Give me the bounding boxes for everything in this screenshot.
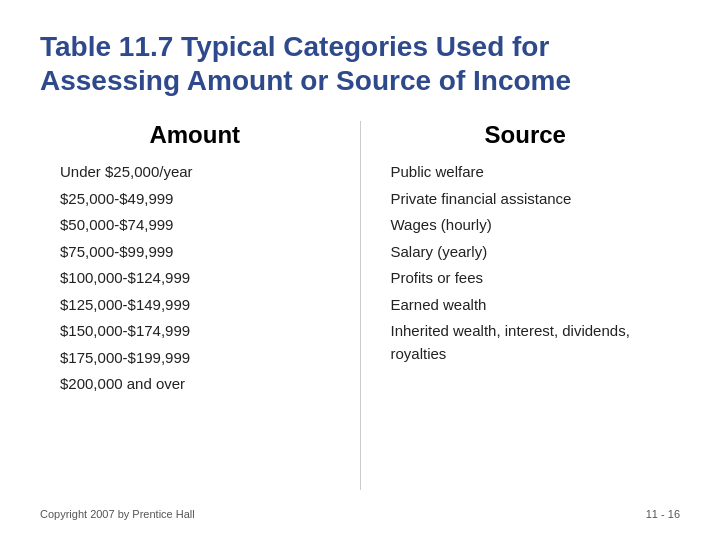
- list-item: $50,000-$74,999: [60, 214, 330, 237]
- list-item: Public welfare: [391, 161, 661, 184]
- column-divider: [360, 121, 361, 490]
- list-item: $200,000 and over: [60, 373, 330, 396]
- table-area: Amount Under $25,000/year$25,000-$49,999…: [40, 121, 680, 490]
- list-item: $75,000-$99,999: [60, 241, 330, 264]
- list-item: Profits or fees: [391, 267, 661, 290]
- list-item: Salary (yearly): [391, 241, 661, 264]
- slide-title: Table 11.7 Typical Categories Used for A…: [40, 30, 680, 97]
- list-item: $25,000-$49,999: [60, 188, 330, 211]
- list-item: $125,000-$149,999: [60, 294, 330, 317]
- list-item: $150,000-$174,999: [60, 320, 330, 343]
- list-item: $100,000-$124,999: [60, 267, 330, 290]
- amount-items: Under $25,000/year$25,000-$49,999$50,000…: [60, 161, 330, 396]
- source-header: Source: [391, 121, 661, 149]
- list-item: Inherited wealth, interest, dividends, r…: [391, 320, 661, 365]
- source-items: Public welfarePrivate financial assistan…: [391, 161, 661, 365]
- amount-header: Amount: [60, 121, 330, 149]
- list-item: Under $25,000/year: [60, 161, 330, 184]
- page-number: 11 - 16: [646, 508, 680, 520]
- list-item: Earned wealth: [391, 294, 661, 317]
- footer: Copyright 2007 by Prentice Hall 11 - 16: [40, 500, 680, 520]
- amount-column: Amount Under $25,000/year$25,000-$49,999…: [40, 121, 350, 490]
- list-item: Wages (hourly): [391, 214, 661, 237]
- list-item: $175,000-$199,999: [60, 347, 330, 370]
- source-column: Source Public welfarePrivate financial a…: [371, 121, 681, 490]
- copyright-text: Copyright 2007 by Prentice Hall: [40, 508, 195, 520]
- slide: Table 11.7 Typical Categories Used for A…: [0, 0, 720, 540]
- list-item: Private financial assistance: [391, 188, 661, 211]
